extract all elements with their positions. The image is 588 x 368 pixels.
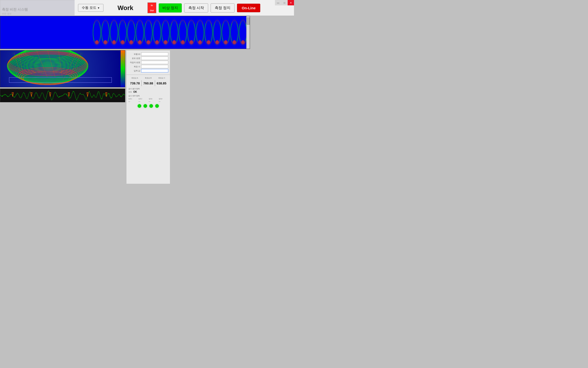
col2-header: 측정값 B xyxy=(142,77,154,79)
row-val-3: — xyxy=(149,101,158,102)
manual-mode-button[interactable]: 수동 모드 xyxy=(78,4,103,12)
emergency-stop-button[interactable]: 비상 정지 xyxy=(159,3,182,12)
toolbar: — □ ✕ 수동 모드 Work In Out 비상 정지 측정 시작 측정 정… xyxy=(75,0,294,16)
form-input-4[interactable] xyxy=(141,65,168,68)
window-controls: — □ ✕ xyxy=(275,0,294,5)
section1-title: 검사 결과 항목 xyxy=(128,88,168,90)
app-title: 측정 비전 시스템 xyxy=(2,7,28,12)
row-val-4: — xyxy=(159,101,168,102)
status-indicator: In Out xyxy=(147,2,156,13)
close-button[interactable]: ✕ xyxy=(288,0,294,5)
app-subtitle: 버전 정보 xyxy=(2,12,11,15)
data-values: 739.78 760.88 638.85 xyxy=(128,80,168,86)
viz-top-canvas xyxy=(0,16,250,49)
indicator-4 xyxy=(155,104,159,108)
status-out: Out xyxy=(148,8,156,13)
viz-wave-canvas xyxy=(0,89,125,102)
form-row-4: 측정 수 xyxy=(128,65,168,68)
measure-stop-button[interactable]: 측정 정지 xyxy=(211,3,235,12)
indicator-3 xyxy=(149,104,153,108)
form-input-5[interactable] xyxy=(141,69,168,72)
row-val-2: — xyxy=(138,101,148,102)
indicator-1 xyxy=(138,104,141,108)
indicator-2 xyxy=(144,104,147,108)
colorbar xyxy=(121,50,125,87)
measurement-val2: 760.88 xyxy=(142,81,155,85)
row-label-4: 항목4 xyxy=(159,98,168,100)
form-label-3: 작업자 번호 xyxy=(128,61,140,64)
viz-main-container xyxy=(0,50,125,87)
form-label-1: 부품 ID xyxy=(128,53,140,56)
top-scrollbar[interactable] xyxy=(246,16,250,49)
viz-top-container xyxy=(0,16,250,49)
status-in: In xyxy=(148,3,156,8)
section2-title: 검사 세부 항목 xyxy=(128,95,168,97)
row-val-1: — xyxy=(128,101,138,102)
form-label-4: 측정 수 xyxy=(128,65,140,68)
top-scrollbar-thumb[interactable] xyxy=(247,17,250,25)
measurement-val1: 739.78 xyxy=(128,81,141,85)
measurement-rect xyxy=(9,77,112,83)
result-label: 판정 xyxy=(128,91,132,93)
form-row-3: 작업자 번호 xyxy=(128,61,168,64)
form-input-1[interactable] xyxy=(141,52,168,56)
indicator-row xyxy=(128,104,168,108)
panel-data: 측정값 A 측정값 B 측정값 C 739.78 760.88 638.85 검… xyxy=(126,75,170,184)
form-input-2[interactable] xyxy=(141,57,168,60)
col1-header: 측정값 A xyxy=(128,77,141,79)
viz-wave-container xyxy=(0,89,125,102)
result-value: OK xyxy=(133,91,137,93)
row-label-1: 항목1 xyxy=(128,98,138,100)
panel-form: 부품 ID 로트 번호 작업자 번호 측정 수 입력 값 xyxy=(126,50,170,75)
row-label-3: 항목3 xyxy=(149,98,158,100)
form-row-2: 로트 번호 xyxy=(128,57,168,60)
main-content: 부품 ID 로트 번호 작업자 번호 측정 수 입력 값 측정값 A 측정값 B… xyxy=(0,16,294,184)
measure-start-button[interactable]: 측정 시작 xyxy=(184,3,208,12)
row-label-2: 항목2 xyxy=(138,98,148,100)
data-vals-row: — — — — xyxy=(128,101,168,102)
maximize-button[interactable]: □ xyxy=(281,0,288,5)
measurement-val3: 638.85 xyxy=(155,81,168,85)
online-button[interactable]: On-Line xyxy=(237,4,260,12)
work-title: Work xyxy=(106,4,145,12)
form-row-5: 입력 값 xyxy=(128,69,168,72)
col3-header: 측정값 C xyxy=(156,77,168,79)
form-label-5: 입력 값 xyxy=(128,69,140,72)
data-header: 측정값 A 측정값 B 측정값 C xyxy=(128,77,168,79)
form-input-3[interactable] xyxy=(141,61,168,64)
form-label-2: 로트 번호 xyxy=(128,57,140,60)
data-labels-row: 항목1 항목2 항목3 항목4 xyxy=(128,98,168,100)
form-row-1: 부품 ID xyxy=(128,52,168,56)
minimize-button[interactable]: — xyxy=(275,0,281,5)
result-row: 판정 OK xyxy=(128,91,168,93)
